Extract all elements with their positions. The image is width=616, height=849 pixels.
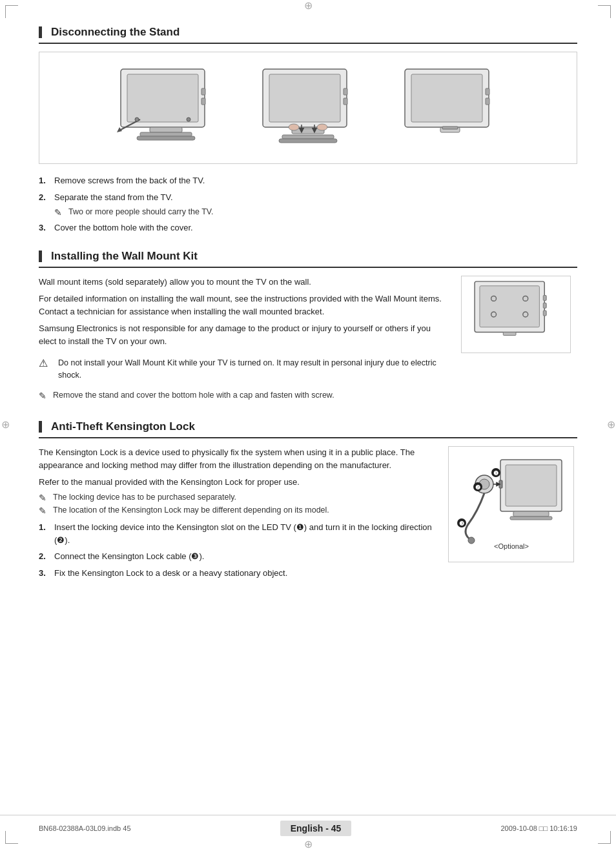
kensington-svg: ❶ ❷ ❸ <Optional> [449,447,575,563]
warning-box: ⚠ Do not install your Wall Mount Kit whi… [39,354,448,384]
svg-text:❶: ❶ [493,470,498,476]
svg-text:❷: ❷ [475,484,480,491]
footer: BN68-02388A-03L09.indb 45 English - 45 2… [0,815,616,836]
page: ⊕ ⊕ ⊕ ⊕ Disconnecting the Stand [0,0,616,849]
svg-point-17 [317,124,327,130]
disconnecting-steps: 1. Remove screws from the back of the TV… [39,174,577,234]
kensington-steps: 1. Insert the locking device into the Ke… [39,521,435,579]
kensington-para-1: The Kensington Lock is a device used to … [39,446,435,472]
kensington-para-2: Refer to the manual provided with the Ke… [39,476,435,489]
svg-rect-37 [506,465,557,506]
svg-text:<Optional>: <Optional> [494,542,529,550]
svg-rect-23 [442,127,458,129]
svg-rect-39 [510,517,552,520]
svg-rect-24 [486,88,489,95]
wall-mount-title: Installing the Wall Mount Kit [39,250,577,268]
kensington-image-area: ❶ ❷ ❸ <Optional> [448,446,577,583]
step-2-note: ✎ Two or more people should carry the TV… [54,207,577,218]
kensington-section: Anti-Theft Kensington Lock The Kensingto… [39,420,577,583]
cross-right: ⊕ [606,418,616,431]
kensington-diagram: ❶ ❷ ❸ <Optional> [448,446,574,562]
tv-diagram-3 [385,63,515,153]
corner-mark-tl [5,5,18,18]
svg-rect-12 [269,74,340,122]
footer-filename: BN68-02388A-03L09.indb 45 [39,824,131,832]
kensington-note-1: ✎ The locking device has to be purchased… [39,493,435,503]
kensington-step-2: 2. Connect the Kensington Lock cable (❸)… [39,550,435,563]
note-icon-2: ✎ [39,391,49,401]
wall-mount-image-area [461,276,577,405]
wall-mount-diagram [461,276,571,353]
svg-rect-15 [279,139,337,143]
warning-text: Do not install your Wall Mount Kit while… [58,357,448,382]
warning-triangle-icon: ⚠ [39,357,53,369]
svg-point-16 [289,124,299,130]
disconnecting-section: Disconnecting the Stand [39,26,577,234]
svg-point-48 [468,537,475,544]
svg-rect-2 [150,127,182,132]
step-2: 2. Separate the stand from the TV. [39,191,577,204]
note-icon-4: ✎ [39,506,49,516]
svg-rect-27 [480,285,539,327]
svg-text:❸: ❸ [459,520,464,527]
title-bar-icon-2 [39,251,42,262]
svg-rect-32 [543,295,546,300]
kensington-step-3: 3. Fix the Kensington Lock to a desk or … [39,567,435,580]
svg-rect-9 [201,88,205,95]
wall-mount-section: Installing the Wall Mount Kit Wall mount… [39,250,577,405]
wall-mount-para-3: Samsung Electronics is not responsible f… [39,322,448,348]
wall-mount-content: Wall mount items (sold separately) allow… [39,276,577,405]
wall-mount-para-2: For detailed information on installing t… [39,292,448,318]
note-icon-3: ✎ [39,493,49,503]
title-bar-icon-3 [39,421,42,433]
wall-mount-para-1: Wall mount items (sold separately) allow… [39,276,448,289]
svg-rect-10 [201,98,205,105]
svg-rect-40 [499,480,502,488]
svg-rect-18 [344,88,347,95]
tv-diagram-2 [243,63,373,153]
svg-point-7 [135,118,139,121]
disconnecting-images [39,52,577,164]
svg-rect-4 [137,136,195,140]
wall-mount-text: Wall mount items (sold separately) allow… [39,276,448,405]
svg-rect-14 [282,135,334,139]
svg-rect-38 [513,511,549,517]
footer-page-label: English - 45 [280,821,352,836]
svg-point-8 [187,118,190,121]
footer-date: 2009-10-08 □□ 10:16:19 [501,824,578,832]
kensington-text: The Kensington Lock is a device used to … [39,446,435,583]
disconnecting-title: Disconnecting the Stand [39,26,577,44]
cross-top: ⊕ [302,0,314,10]
cross-left: ⊕ [0,418,10,431]
step-3: 3. Cover the bottom hole with the cover. [39,221,577,234]
svg-rect-25 [486,98,489,105]
svg-rect-35 [503,332,516,335]
svg-rect-3 [140,132,192,136]
svg-rect-21 [411,74,482,122]
step-1: 1. Remove screws from the back of the TV… [39,174,577,187]
svg-rect-33 [543,303,546,308]
tv-diagram-1 [101,63,231,153]
cross-bottom: ⊕ [302,839,314,849]
kensington-title: Anti-Theft Kensington Lock [39,420,577,438]
svg-rect-34 [543,311,546,316]
note-icon: ✎ [54,207,65,218]
kensington-content: The Kensington Lock is a device used to … [39,446,577,583]
kensington-note-2: ✎ The location of the Kensington Lock ma… [39,506,435,516]
wall-mount-note: ✎ Remove the stand and cover the bottom … [39,391,448,401]
svg-rect-19 [344,98,347,105]
corner-mark-tr [598,5,611,18]
title-bar-icon [39,26,42,38]
svg-rect-1 [127,74,198,122]
kensington-step-1: 1. Insert the locking device into the Ke… [39,521,435,546]
